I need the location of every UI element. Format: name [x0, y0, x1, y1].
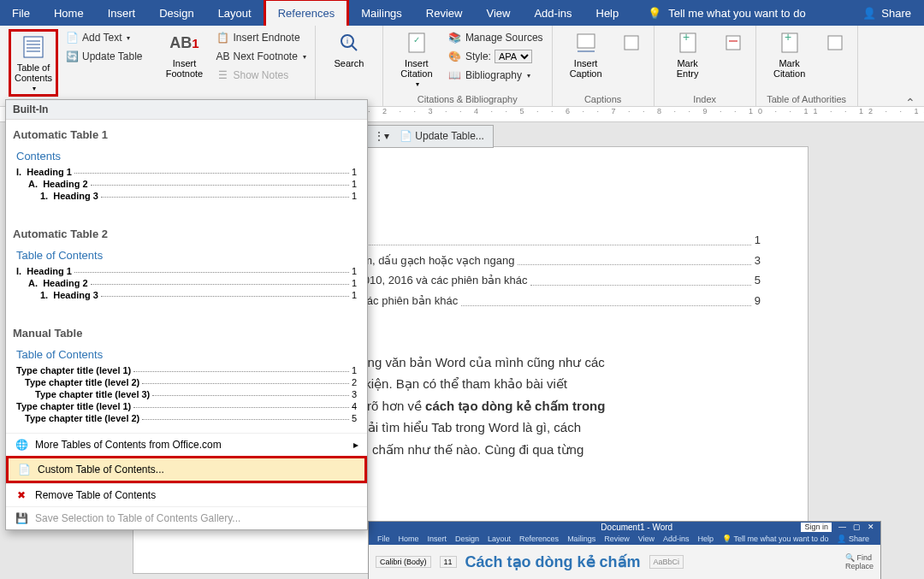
- tell-me-search[interactable]: 💡 Tell me what you want to do: [631, 0, 862, 26]
- share-button[interactable]: 👤 Share: [862, 0, 924, 26]
- style-icon: 🎨: [448, 50, 462, 63]
- tab-addins[interactable]: Add-ins: [522, 0, 583, 26]
- show-notes-icon: ☰: [216, 68, 230, 82]
- remove-icon: ✖: [15, 488, 28, 502]
- endnote-icon: 📋: [216, 31, 230, 44]
- table-of-contents-button[interactable]: Table of Contents ▾: [9, 29, 58, 97]
- mark-citation-label: Mark Citation: [773, 58, 805, 79]
- citation-style-select[interactable]: 🎨 Style: APA: [448, 48, 543, 65]
- tab-view[interactable]: View: [474, 0, 522, 26]
- insert-caption-button[interactable]: Insert Caption: [561, 29, 611, 79]
- save-toc-label: Save Selection to Table of Contents Gall…: [35, 512, 240, 524]
- manual-title: Table of Contents: [6, 345, 367, 364]
- more-toc-label: More Tables of Contents from Office.com: [35, 439, 346, 451]
- embedded-screenshot: Document1 - Word Sign in — ▢ ✕ FileHomeI…: [368, 521, 881, 579]
- tab-insert[interactable]: Insert: [96, 0, 148, 26]
- tab-layout[interactable]: Layout: [206, 0, 264, 26]
- office-icon: 🌐: [15, 438, 28, 452]
- tab-review[interactable]: Review: [414, 0, 475, 26]
- next-footnote-label: Next Footnote: [234, 50, 298, 62]
- ribbon-content: Table of Contents ▾ 📄 Add Text ▾ 🔄 Updat…: [0, 26, 924, 107]
- update-table-button[interactable]: 🔄 Update Table: [65, 48, 143, 65]
- group-citations-label: Citations & Bibliography: [392, 94, 543, 104]
- update-table-label: Update Table: [82, 50, 143, 62]
- add-text-icon: 📄: [65, 31, 79, 44]
- chevron-down-icon: ▾: [127, 34, 130, 42]
- group-index-label: Index: [663, 94, 747, 104]
- style-dropdown[interactable]: APA: [495, 50, 532, 63]
- svg-rect-10: [578, 34, 595, 48]
- more-toc-office[interactable]: 🌐 More Tables of Contents from Office.co…: [6, 433, 367, 456]
- authorities-extra-icon[interactable]: [821, 29, 849, 56]
- svg-line-6: [352, 45, 357, 50]
- mark-citation-icon: +: [776, 29, 803, 56]
- tab-help[interactable]: Help: [584, 0, 631, 26]
- add-text-button[interactable]: 📄 Add Text ▾: [65, 29, 143, 46]
- toc-icon: [20, 33, 47, 61]
- remove-toc-option[interactable]: ✖ Remove Table of Contents: [6, 483, 367, 506]
- svg-text:+: +: [683, 31, 690, 44]
- next-footnote-button[interactable]: AB Next Footnote ▾: [216, 48, 306, 65]
- insert-endnote-label: Insert Endnote: [234, 32, 300, 44]
- toc-label: Table of Contents: [15, 62, 52, 83]
- svg-text:+: +: [785, 31, 791, 44]
- insert-citation-label: Insert Citation: [400, 58, 432, 79]
- insert-footnote-label: Insert Footnote: [166, 58, 203, 79]
- index-extra-icon[interactable]: [720, 29, 747, 56]
- svg-rect-15: [726, 36, 740, 50]
- toc-toolbar: ⋮▾ 📄 Update Table...: [364, 125, 494, 148]
- mini-size: 11: [440, 556, 457, 568]
- show-notes-button: ☰ Show Notes: [216, 67, 306, 84]
- update-table-link[interactable]: 📄 Update Table...: [400, 128, 484, 145]
- insert-endnote-button[interactable]: 📋 Insert Endnote: [216, 29, 306, 46]
- manage-sources-button[interactable]: 📚 Manage Sources: [448, 29, 543, 46]
- mark-citation-button[interactable]: + Mark Citation: [765, 29, 814, 79]
- gallery-auto1[interactable]: Automatic Table 1: [6, 120, 367, 146]
- tab-mailings[interactable]: Mailings: [349, 0, 414, 26]
- tab-home[interactable]: Home: [42, 0, 96, 26]
- svg-rect-19: [828, 36, 842, 50]
- custom-toc-option[interactable]: 📄 Custom Table of Contents...: [6, 456, 367, 483]
- mini-maximize-icon: ▢: [853, 523, 861, 532]
- share-label: Share: [881, 7, 911, 20]
- bibliography-button[interactable]: 📖 Bibliography ▾: [448, 67, 543, 84]
- tab-design[interactable]: Design: [147, 0, 205, 26]
- chevron-right-icon: ▸: [353, 439, 358, 451]
- bibliography-icon: 📖: [448, 68, 462, 82]
- mini-caption-text: Cách tạo dòng kẻ chấm: [465, 552, 641, 571]
- toc-options-handle[interactable]: ⋮▾: [374, 128, 389, 145]
- style-label: Style:: [465, 50, 491, 62]
- sources-icon: 📚: [448, 31, 462, 44]
- manage-sources-label: Manage Sources: [465, 32, 543, 44]
- mark-entry-button[interactable]: + Mark Entry: [663, 29, 713, 79]
- search-button[interactable]: i Search: [324, 29, 374, 68]
- tab-file[interactable]: File: [0, 0, 42, 26]
- svg-rect-12: [625, 36, 638, 50]
- dropdown-builtin-header: Built-In: [6, 100, 367, 120]
- collapse-ribbon-icon[interactable]: ⌃: [905, 96, 915, 109]
- custom-toc-label: Custom Table of Contents...: [38, 464, 164, 476]
- caption-extra-icon[interactable]: [618, 29, 645, 56]
- chevron-down-icon: ▾: [303, 53, 306, 61]
- insert-citation-button[interactable]: ✓ Insert Citation ▾: [392, 29, 441, 88]
- custom-toc-icon: 📄: [17, 463, 31, 476]
- tab-references[interactable]: References: [264, 0, 349, 26]
- insert-footnote-button[interactable]: AB1 Insert Footnote: [160, 29, 210, 79]
- remove-toc-label: Remove Table of Contents: [35, 489, 156, 501]
- ribbon-tabs: File Home Insert Design Layout Reference…: [0, 0, 924, 26]
- save-icon: 💾: [15, 511, 28, 525]
- gallery-auto2[interactable]: Automatic Table 2: [6, 219, 367, 245]
- chevron-down-icon: ▾: [33, 85, 36, 92]
- gallery-manual[interactable]: Manual Table: [6, 318, 367, 345]
- insert-caption-label: Insert Caption: [570, 58, 602, 79]
- mark-entry-icon: +: [674, 29, 702, 56]
- footnote-icon: AB1: [171, 29, 198, 56]
- show-notes-label: Show Notes: [234, 69, 289, 81]
- group-authorities-label: Table of Authorities: [765, 94, 849, 104]
- mini-minimize-icon: —: [838, 523, 846, 532]
- save-toc-selection: 💾 Save Selection to Table of Contents Ga…: [6, 506, 367, 529]
- next-footnote-icon: AB: [216, 50, 230, 63]
- svg-rect-0: [24, 37, 43, 57]
- auto1-title: Contents: [6, 146, 367, 166]
- chevron-down-icon: ▾: [527, 72, 530, 80]
